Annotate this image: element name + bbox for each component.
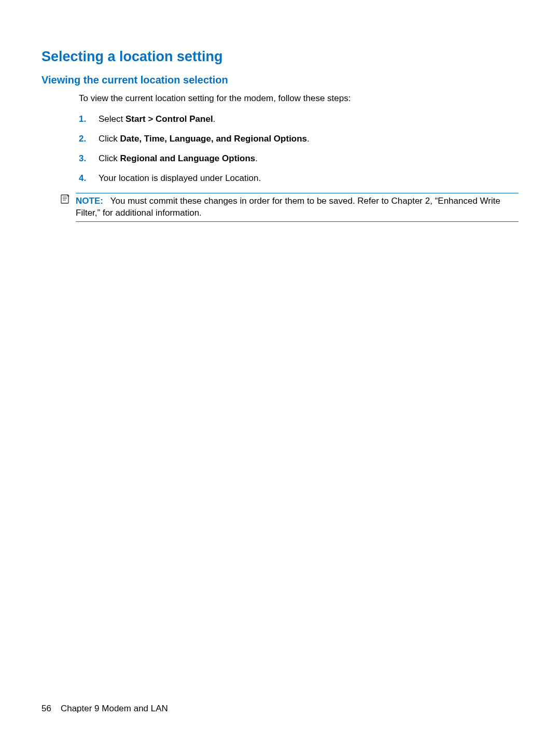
- note-block: NOTE: You must commit these changes in o…: [60, 193, 519, 222]
- step-number: 3.: [79, 153, 99, 164]
- note-text: You must commit these changes in order f…: [76, 196, 500, 218]
- heading-2: Viewing the current location selection: [41, 74, 519, 86]
- step-text: Click Date, Time, Language, and Regional…: [99, 134, 310, 144]
- note-label: NOTE:: [76, 196, 103, 206]
- list-item: 3. Click Regional and Language Options.: [79, 153, 519, 164]
- note-body: NOTE: You must commit these changes in o…: [76, 193, 519, 222]
- step-number: 1.: [79, 114, 99, 124]
- step-text: Click Regional and Language Options.: [99, 153, 258, 164]
- note-icon: [60, 194, 71, 206]
- step-number: 2.: [79, 134, 99, 144]
- step-list: 1. Select Start > Control Panel. 2. Clic…: [79, 114, 519, 184]
- heading-1: Selecting a location setting: [41, 49, 519, 65]
- list-item: 2. Click Date, Time, Language, and Regio…: [79, 134, 519, 144]
- page-number: 56: [41, 704, 51, 713]
- page-footer: 56Chapter 9 Modem and LAN: [41, 704, 168, 714]
- svg-rect-0: [61, 195, 68, 203]
- step-text: Select Start > Control Panel.: [99, 114, 215, 124]
- list-item: 1. Select Start > Control Panel.: [79, 114, 519, 124]
- step-number: 4.: [79, 173, 99, 184]
- document-page: Selecting a location setting Viewing the…: [0, 0, 560, 745]
- step-text: Your location is displayed under Locatio…: [99, 173, 261, 184]
- intro-text: To view the current location setting for…: [79, 93, 519, 104]
- list-item: 4. Your location is displayed under Loca…: [79, 173, 519, 184]
- chapter-label: Chapter 9 Modem and LAN: [61, 704, 168, 713]
